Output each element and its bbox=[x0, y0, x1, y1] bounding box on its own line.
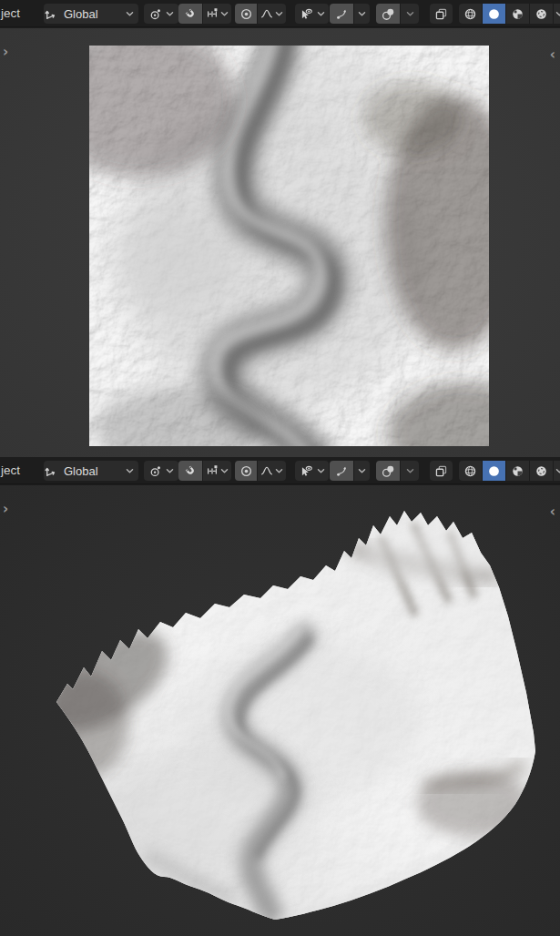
solid-shading-icon bbox=[487, 464, 501, 478]
show-gizmo-toggle[interactable] bbox=[330, 461, 353, 481]
material-preview-icon bbox=[511, 7, 524, 21]
shading-material-preview-button[interactable] bbox=[506, 461, 529, 481]
chevron-down-icon bbox=[317, 7, 325, 20]
viewport-shading-group bbox=[459, 4, 560, 24]
snap-increment-icon bbox=[206, 464, 219, 477]
snap-toggle-button[interactable] bbox=[178, 4, 202, 24]
gizmo-group bbox=[330, 461, 370, 481]
sidebar-toggle-icon[interactable]: ‹ bbox=[550, 48, 555, 62]
chevron-down-icon bbox=[166, 464, 174, 477]
viewport-header: ject Global bbox=[0, 0, 560, 27]
proportional-edit-group bbox=[235, 4, 286, 24]
proportional-editing-icon bbox=[239, 7, 253, 21]
shading-dropdown[interactable] bbox=[554, 461, 560, 481]
chevron-down-icon bbox=[406, 464, 414, 477]
shading-material-preview-button[interactable] bbox=[506, 4, 529, 24]
chevron-down-icon bbox=[126, 7, 134, 20]
gizmo-icon bbox=[335, 464, 349, 478]
show-overlays-toggle[interactable] bbox=[376, 461, 400, 481]
shading-solid-button[interactable] bbox=[483, 461, 505, 481]
chevron-down-icon bbox=[358, 464, 366, 477]
pivot-point-icon bbox=[148, 7, 162, 21]
snap-increment-icon bbox=[206, 7, 219, 20]
shading-wireframe-button[interactable] bbox=[459, 461, 482, 481]
snap-target-dropdown[interactable] bbox=[203, 461, 231, 481]
viewport-area-top: ject Global bbox=[0, 0, 560, 457]
transform-orientation-dropdown[interactable]: Global bbox=[44, 461, 138, 481]
shading-rendered-button[interactable] bbox=[530, 461, 553, 481]
material-preview-icon bbox=[511, 464, 524, 478]
chevron-down-icon bbox=[555, 464, 560, 477]
terrain-mesh-render bbox=[0, 485, 560, 936]
snap-group bbox=[178, 4, 231, 24]
wireframe-shading-icon bbox=[463, 464, 477, 478]
chevron-down-icon bbox=[275, 464, 283, 477]
proportional-falloff-dropdown[interactable] bbox=[258, 461, 286, 481]
wireframe-shading-icon bbox=[463, 7, 477, 21]
chevron-down-icon bbox=[358, 7, 366, 20]
orientation-axes-icon bbox=[44, 464, 57, 478]
proportional-editing-toggle[interactable] bbox=[235, 4, 257, 24]
overlays-icon bbox=[382, 7, 395, 21]
proportional-editing-toggle[interactable] bbox=[235, 461, 257, 481]
pivot-point-icon bbox=[148, 464, 162, 478]
mode-dropdown-truncated[interactable]: ject bbox=[1, 0, 20, 27]
gizmo-dropdown[interactable] bbox=[354, 4, 370, 24]
viewport-header: ject Global bbox=[0, 457, 560, 484]
proportional-editing-icon bbox=[239, 464, 253, 478]
heightmap-image bbox=[89, 46, 489, 446]
orientation-label: Global bbox=[61, 7, 122, 21]
rendered-shading-icon bbox=[535, 7, 548, 21]
show-object-types-dropdown[interactable] bbox=[295, 461, 329, 481]
gizmo-group bbox=[330, 4, 370, 24]
terrain-viewport-canvas[interactable]: › ‹ bbox=[0, 485, 560, 936]
toggle-xray-button[interactable] bbox=[430, 4, 453, 24]
viewport-area-bottom: ject Global bbox=[0, 457, 560, 936]
mode-dropdown-truncated[interactable]: ject bbox=[1, 457, 20, 484]
magnet-icon bbox=[184, 7, 198, 21]
proportional-edit-group bbox=[235, 461, 286, 481]
toggle-xray-icon bbox=[434, 7, 448, 21]
orientation-label: Global bbox=[61, 464, 122, 478]
shading-wireframe-button[interactable] bbox=[459, 4, 482, 24]
show-overlays-toggle[interactable] bbox=[376, 4, 400, 24]
transform-orientation-dropdown[interactable]: Global bbox=[44, 4, 138, 24]
texture-viewport-canvas[interactable]: › ‹ bbox=[0, 28, 560, 457]
overlays-group bbox=[376, 4, 419, 24]
overlays-group bbox=[376, 461, 419, 481]
chevron-down-icon bbox=[317, 464, 325, 477]
show-object-types-dropdown[interactable] bbox=[295, 4, 329, 24]
proportional-falloff-dropdown[interactable] bbox=[258, 4, 286, 24]
snap-toggle-button[interactable] bbox=[178, 461, 202, 481]
pivot-point-dropdown[interactable] bbox=[144, 4, 178, 24]
pivot-point-dropdown[interactable] bbox=[144, 461, 178, 481]
shading-dropdown[interactable] bbox=[554, 4, 560, 24]
magnet-icon bbox=[184, 464, 198, 478]
chevron-down-icon bbox=[220, 7, 229, 20]
gizmo-dropdown[interactable] bbox=[354, 461, 370, 481]
shading-rendered-button[interactable] bbox=[530, 4, 553, 24]
overlays-dropdown[interactable] bbox=[401, 461, 419, 481]
chevron-down-icon bbox=[555, 7, 560, 20]
shading-solid-button[interactable] bbox=[483, 4, 505, 24]
gizmo-icon bbox=[335, 7, 349, 21]
chevron-down-icon bbox=[220, 464, 229, 477]
toggle-xray-button[interactable] bbox=[430, 461, 453, 481]
show-object-types-icon bbox=[300, 464, 313, 478]
snap-group bbox=[178, 461, 231, 481]
chevron-down-icon bbox=[406, 7, 414, 20]
viewport-shading-group bbox=[459, 461, 560, 481]
snap-target-dropdown[interactable] bbox=[203, 4, 231, 24]
overlays-icon bbox=[382, 464, 395, 478]
show-gizmo-toggle[interactable] bbox=[330, 4, 353, 24]
toolshelf-toggle-icon[interactable]: › bbox=[3, 46, 8, 59]
solid-shading-icon bbox=[487, 7, 501, 21]
toggle-xray-icon bbox=[434, 464, 448, 478]
overlays-dropdown[interactable] bbox=[401, 4, 419, 24]
falloff-curve-icon bbox=[260, 464, 273, 477]
viewport-header-slot: ject Global bbox=[0, 457, 560, 484]
chevron-down-icon bbox=[275, 7, 283, 20]
falloff-curve-icon bbox=[260, 7, 273, 20]
orientation-axes-icon bbox=[44, 7, 57, 21]
rendered-shading-icon bbox=[535, 464, 548, 478]
